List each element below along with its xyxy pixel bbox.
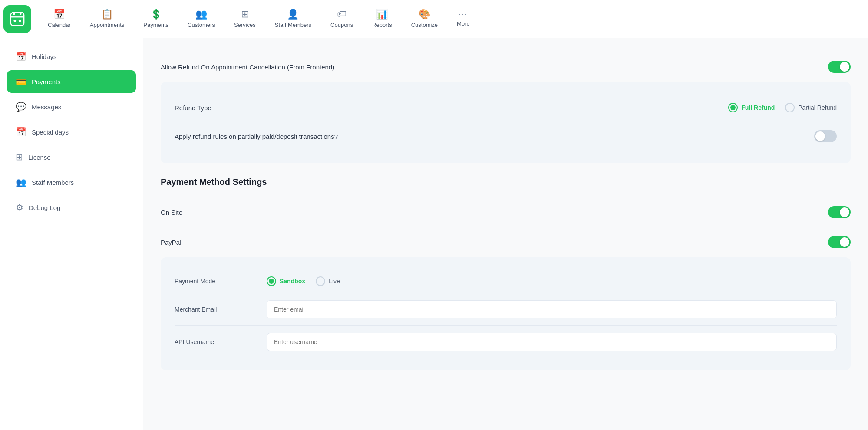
svg-point-5 bbox=[19, 19, 21, 22]
sidebar: 📅 Holidays 💳 Payments 💬 Messages 📅 Speci… bbox=[0, 38, 143, 430]
sidebar-payments-icon: 💳 bbox=[16, 76, 26, 87]
api-username-input[interactable] bbox=[267, 333, 837, 351]
nav-item-more[interactable]: ··· More bbox=[447, 0, 479, 38]
nav-item-services[interactable]: ⊞ Services bbox=[224, 0, 265, 38]
services-icon: ⊞ bbox=[241, 9, 249, 20]
payment-mode-options: Sandbox Live bbox=[267, 276, 340, 286]
paypal-card: Payment Mode Sandbox Live Merchant Email bbox=[161, 257, 851, 370]
page-layout: 📅 Holidays 💳 Payments 💬 Messages 📅 Speci… bbox=[0, 38, 868, 430]
reports-icon: 📊 bbox=[376, 9, 388, 20]
merchant-email-input[interactable] bbox=[267, 300, 837, 318]
sidebar-item-debug-log[interactable]: ⚙ Debug Log bbox=[7, 196, 136, 219]
merchant-email-label: Merchant Email bbox=[175, 306, 253, 313]
paypal-row: PayPal bbox=[161, 227, 851, 257]
live-option[interactable]: Live bbox=[316, 276, 340, 286]
appointments-icon: 📋 bbox=[101, 9, 113, 20]
on-site-row: On Site bbox=[161, 197, 851, 227]
partial-refund-radio[interactable] bbox=[785, 103, 795, 112]
sandbox-radio[interactable] bbox=[267, 276, 276, 286]
allow-refund-toggle[interactable] bbox=[828, 61, 851, 73]
paypal-toggle[interactable] bbox=[828, 236, 851, 248]
nav-item-payments[interactable]: 💲 Payments bbox=[134, 0, 178, 38]
sidebar-item-license[interactable]: ⊞ License bbox=[7, 146, 136, 168]
on-site-toggle[interactable] bbox=[828, 206, 851, 218]
holidays-icon: 📅 bbox=[16, 51, 26, 62]
sidebar-item-special-days[interactable]: 📅 Special days bbox=[7, 121, 136, 143]
sidebar-item-holidays[interactable]: 📅 Holidays bbox=[7, 45, 136, 68]
nav-item-reports[interactable]: 📊 Reports bbox=[363, 0, 402, 38]
nav-item-appointments[interactable]: 📋 Appointments bbox=[80, 0, 134, 38]
live-label: Live bbox=[329, 278, 340, 285]
apply-refund-toggle[interactable] bbox=[814, 130, 837, 142]
svg-point-4 bbox=[13, 19, 16, 22]
refund-type-card: Refund Type Full Refund Partial Refund A… bbox=[161, 82, 851, 163]
api-username-label: API Username bbox=[175, 338, 253, 345]
payment-mode-row: Payment Mode Sandbox Live bbox=[175, 269, 837, 293]
on-site-label: On Site bbox=[161, 209, 182, 216]
allow-refund-label: Allow Refund On Appointment Cancellation… bbox=[161, 63, 334, 71]
customize-icon: 🎨 bbox=[419, 9, 430, 20]
refund-type-row: Refund Type Full Refund Partial Refund bbox=[175, 94, 837, 121]
merchant-email-row: Merchant Email bbox=[175, 293, 837, 326]
apply-refund-row: Apply refund rules on partially paid/dep… bbox=[175, 128, 837, 151]
api-username-row: API Username bbox=[175, 326, 837, 358]
nav-item-customers[interactable]: 👥 Customers bbox=[178, 0, 224, 38]
payments-nav-icon: 💲 bbox=[150, 9, 162, 20]
payment-method-heading: Payment Method Settings bbox=[161, 177, 851, 187]
partial-refund-option[interactable]: Partial Refund bbox=[785, 103, 837, 112]
sandbox-option[interactable]: Sandbox bbox=[267, 276, 305, 286]
api-username-wrap bbox=[267, 333, 837, 351]
allow-refund-row: Allow Refund On Appointment Cancellation… bbox=[161, 52, 851, 82]
svg-rect-2 bbox=[20, 11, 22, 15]
debug-icon: ⚙ bbox=[16, 202, 23, 213]
top-nav: 📅 Calendar 📋 Appointments 💲 Payments 👥 C… bbox=[0, 0, 868, 38]
partial-refund-label: Partial Refund bbox=[798, 104, 837, 111]
live-radio[interactable] bbox=[316, 276, 325, 286]
svg-rect-0 bbox=[11, 12, 24, 25]
nav-item-customize[interactable]: 🎨 Customize bbox=[402, 0, 447, 38]
calendar-icon: 📅 bbox=[53, 9, 65, 20]
sandbox-label: Sandbox bbox=[280, 278, 305, 285]
payment-mode-label: Payment Mode bbox=[175, 278, 253, 285]
sidebar-item-staff-members[interactable]: 👥 Staff Members bbox=[7, 171, 136, 194]
full-refund-option[interactable]: Full Refund bbox=[728, 103, 775, 112]
refund-type-label: Refund Type bbox=[175, 104, 211, 112]
apply-refund-label: Apply refund rules on partially paid/dep… bbox=[175, 133, 338, 140]
coupons-icon: 🏷 bbox=[337, 9, 347, 20]
svg-rect-1 bbox=[13, 11, 15, 15]
paypal-label: PayPal bbox=[161, 239, 182, 246]
nav-item-coupons[interactable]: 🏷 Coupons bbox=[321, 0, 363, 38]
nav-items: 📅 Calendar 📋 Appointments 💲 Payments 👥 C… bbox=[38, 0, 479, 38]
staff-icon: 👤 bbox=[287, 9, 299, 20]
sidebar-staff-icon: 👥 bbox=[16, 177, 26, 187]
messages-icon: 💬 bbox=[16, 102, 26, 112]
customers-icon: 👥 bbox=[195, 9, 207, 20]
license-icon: ⊞ bbox=[16, 152, 23, 162]
special-days-icon: 📅 bbox=[16, 127, 26, 137]
merchant-email-wrap bbox=[267, 300, 837, 318]
full-refund-label: Full Refund bbox=[741, 104, 775, 111]
nav-item-staff-members[interactable]: 👤 Staff Members bbox=[265, 0, 321, 38]
app-logo[interactable] bbox=[3, 5, 31, 33]
sidebar-item-payments[interactable]: 💳 Payments bbox=[7, 70, 136, 93]
refund-type-options: Full Refund Partial Refund bbox=[728, 103, 837, 112]
more-icon: ··· bbox=[459, 10, 468, 19]
sidebar-item-messages[interactable]: 💬 Messages bbox=[7, 95, 136, 118]
nav-item-calendar[interactable]: 📅 Calendar bbox=[38, 0, 80, 38]
full-refund-radio[interactable] bbox=[728, 103, 738, 112]
main-content: Allow Refund On Appointment Cancellation… bbox=[143, 38, 868, 430]
